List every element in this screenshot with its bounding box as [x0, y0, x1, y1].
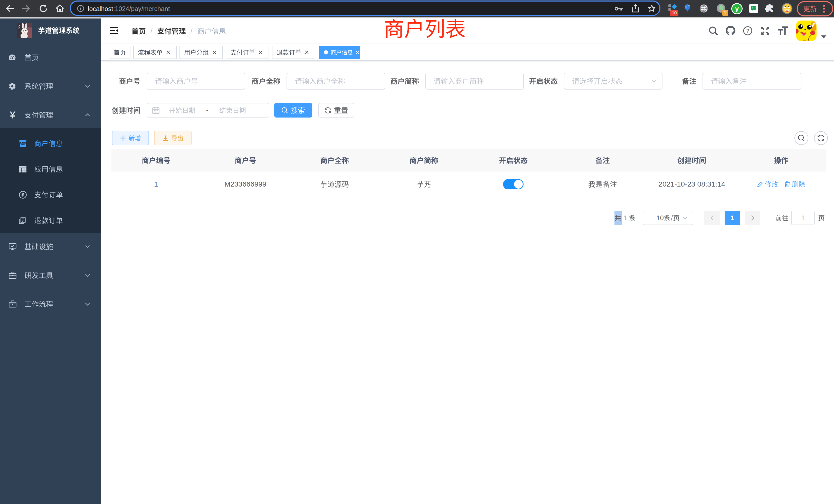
svg-text:?: ? [746, 28, 749, 33]
svg-text:y: y [735, 5, 739, 13]
